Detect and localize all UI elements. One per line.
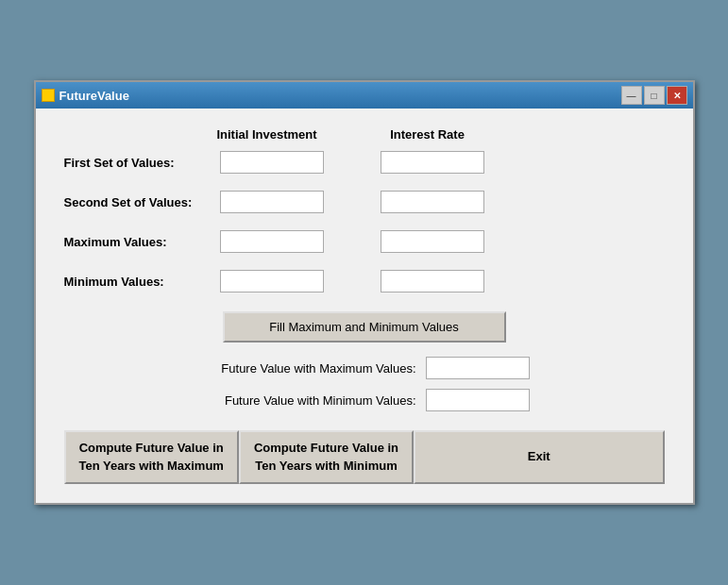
fill-button[interactable]: Fill Maximum and Minimum Values [223, 311, 506, 343]
min-result-input[interactable] [426, 389, 530, 411]
compute-max-button[interactable]: Compute Future Value inTen Years with Ma… [64, 430, 239, 483]
first-set-rate-input[interactable] [381, 151, 484, 174]
max-result-label: Future Value with Maximum Values: [199, 361, 426, 376]
first-set-investment-input[interactable] [220, 151, 324, 174]
content-area: Initial Investment Interest Rate First S… [36, 109, 693, 502]
maximum-investment-input[interactable] [220, 230, 324, 253]
interest-rate-header: Interest Rate [376, 127, 480, 142]
title-bar-buttons: — □ ✕ [621, 86, 687, 105]
maximum-values-label: Maximum Values: [64, 235, 220, 249]
minimize-button[interactable]: — [621, 86, 642, 105]
second-set-rate-input[interactable] [381, 191, 484, 213]
initial-investment-header: Initial Investment [215, 127, 319, 142]
second-set-investment-input[interactable] [220, 191, 324, 213]
max-result-row: Future Value with Maximum Values: [64, 357, 665, 379]
minimum-values-row: Minimum Values: [64, 270, 665, 292]
second-set-row: Second Set of Values: [64, 191, 665, 213]
title-bar-left: FutureValue [42, 89, 129, 103]
minimum-investment-input[interactable] [220, 270, 324, 292]
fill-button-row: Fill Maximum and Minimum Values [64, 311, 665, 343]
minimum-values-label: Minimum Values: [64, 275, 220, 289]
min-result-row: Future Value with Minimum Values: [64, 389, 665, 411]
min-result-label: Future Value with Minimum Values: [199, 393, 426, 408]
first-set-row: First Set of Values: [64, 151, 665, 174]
first-set-label: First Set of Values: [64, 156, 220, 170]
column-headers: Initial Investment Interest Rate [215, 127, 665, 142]
restore-button[interactable]: □ [644, 86, 665, 105]
bottom-buttons: Compute Future Value inTen Years with Ma… [64, 430, 665, 483]
second-set-label: Second Set of Values: [64, 195, 220, 209]
maximum-rate-input[interactable] [381, 230, 484, 253]
exit-button[interactable]: Exit [414, 430, 664, 483]
close-button[interactable]: ✕ [667, 86, 687, 105]
window-title: FutureValue [59, 89, 129, 103]
compute-min-button[interactable]: Compute Future Value inTen Years with Mi… [239, 430, 414, 483]
max-result-input[interactable] [426, 357, 530, 379]
minimum-rate-input[interactable] [381, 270, 484, 292]
main-window: FutureValue — □ ✕ Initial Investment Int… [34, 80, 695, 504]
app-icon [42, 89, 55, 102]
title-bar: FutureValue — □ ✕ [36, 82, 693, 109]
maximum-values-row: Maximum Values: [64, 230, 665, 253]
